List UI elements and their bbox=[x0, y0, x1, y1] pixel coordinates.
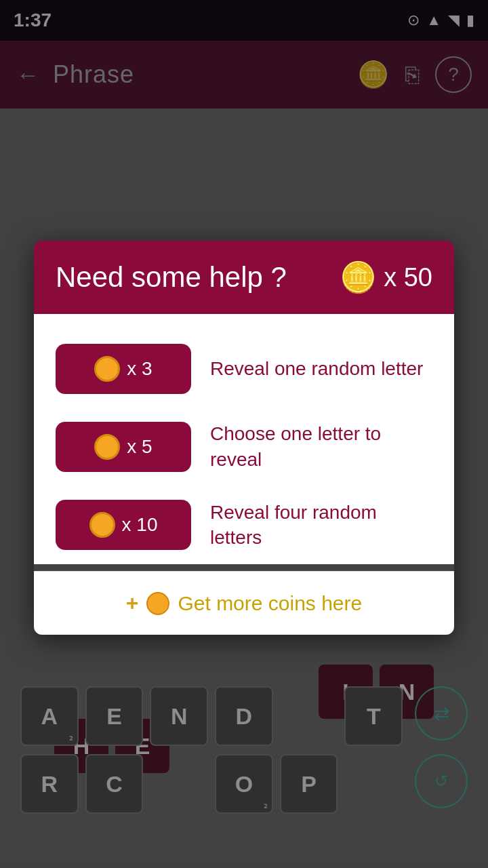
help-dialog: Need some help ? 🪙 x 50 x 3 Reveal one r… bbox=[34, 241, 454, 635]
coin-count-text: x 50 bbox=[384, 263, 432, 292]
coin-stack-icon: 🪙 bbox=[340, 260, 377, 295]
hint-desc-3: Reveal four random letters bbox=[210, 500, 432, 551]
hint-cost-2: x 5 bbox=[127, 436, 152, 458]
hint-pill-1: x 3 bbox=[56, 344, 191, 394]
footer-label: Get more coins here bbox=[178, 592, 362, 615]
dialog-header: Need some help ? 🪙 x 50 bbox=[34, 241, 454, 314]
hint-desc-1: Reveal one random letter bbox=[210, 356, 432, 382]
hint-row-2[interactable]: x 5 Choose one letter to reveal bbox=[56, 408, 432, 486]
footer-coin-icon bbox=[146, 592, 169, 615]
coin-count-display: 🪙 x 50 bbox=[340, 260, 432, 295]
dialog-body: x 3 Reveal one random letter x 5 Choose … bbox=[34, 314, 454, 564]
get-more-coins-button[interactable]: + Get more coins here bbox=[34, 571, 454, 635]
pill-coin-2 bbox=[94, 434, 120, 460]
hint-pill-2: x 5 bbox=[56, 422, 191, 472]
hint-cost-1: x 3 bbox=[127, 358, 152, 380]
hint-desc-2: Choose one letter to reveal bbox=[210, 421, 432, 473]
pill-coin-3 bbox=[89, 512, 115, 538]
hint-row-1[interactable]: x 3 Reveal one random letter bbox=[56, 330, 432, 408]
plus-icon: + bbox=[126, 591, 139, 616]
hint-cost-3: x 10 bbox=[122, 514, 158, 536]
hint-row-3[interactable]: x 10 Reveal four random letters bbox=[56, 486, 432, 565]
hint-pill-3: x 10 bbox=[56, 500, 191, 550]
dialog-title: Need some help ? bbox=[56, 261, 287, 294]
pill-coin-1 bbox=[94, 356, 120, 382]
